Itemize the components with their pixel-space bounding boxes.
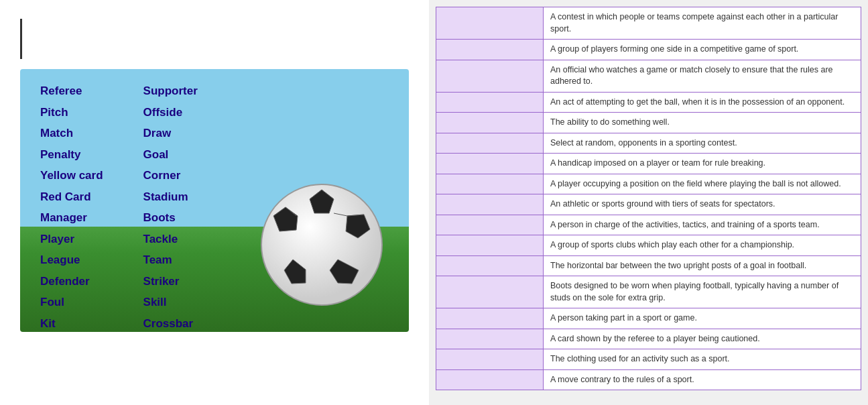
def-label-cell bbox=[436, 92, 544, 113]
right-panel: A contest in which people or teams compe… bbox=[429, 0, 868, 405]
def-label-cell bbox=[436, 235, 544, 256]
vocab-word: Yellow card bbox=[40, 167, 103, 184]
vocab-word: Stadium bbox=[143, 188, 198, 206]
def-text-cell: The clothing used for an activity such a… bbox=[544, 349, 861, 370]
def-text-cell: The ability to do something well. bbox=[544, 113, 861, 133]
def-label-cell bbox=[436, 308, 544, 329]
def-label-cell bbox=[436, 329, 544, 349]
vocab-word: Tackle bbox=[143, 231, 198, 248]
def-text-cell: A handicap imposed on a player or team f… bbox=[544, 154, 861, 174]
vocab-box: RefereePitchMatchPenaltyYellow cardRed C… bbox=[20, 69, 409, 332]
def-label-cell bbox=[436, 276, 544, 308]
vocab-word: Manager bbox=[40, 209, 103, 227]
definitions-table: A contest in which people or teams compe… bbox=[436, 7, 861, 390]
def-label-cell bbox=[436, 133, 544, 154]
vocab-word: Foul bbox=[40, 294, 103, 311]
def-text-cell: An official who watches a game or match … bbox=[544, 60, 861, 92]
vocab-word: Red Card bbox=[40, 188, 103, 206]
table-row: An athletic or sports ground with tiers … bbox=[436, 194, 861, 215]
def-text-cell: A person in charge of the activities, ta… bbox=[544, 215, 861, 235]
vocab-col-2: SupporterOffsideDrawGoalCornerStadiumBoo… bbox=[143, 82, 198, 332]
table-row: The clothing used for an activity such a… bbox=[436, 349, 861, 370]
vocab-word: Offside bbox=[143, 104, 198, 121]
table-row: A handicap imposed on a player or team f… bbox=[436, 154, 861, 174]
def-text-cell: A group of players forming one side in a… bbox=[544, 40, 861, 60]
def-label-cell bbox=[436, 369, 544, 390]
vocab-word: Match bbox=[40, 125, 103, 142]
vocab-word: Draw bbox=[143, 125, 198, 142]
table-row: The horizontal bar between the two uprig… bbox=[436, 255, 861, 276]
def-label-cell bbox=[436, 174, 544, 194]
table-row: The ability to do something well. bbox=[436, 113, 861, 133]
def-label-cell bbox=[436, 215, 544, 235]
table-row: A group of players forming one side in a… bbox=[436, 40, 861, 60]
vocab-word: Crossbar bbox=[143, 315, 198, 333]
def-label-cell bbox=[436, 7, 544, 40]
vocab-word: Goal bbox=[143, 146, 198, 164]
def-label-cell bbox=[436, 60, 544, 92]
soccer-ball-icon bbox=[255, 178, 389, 312]
def-label-cell bbox=[436, 113, 544, 133]
def-label-cell bbox=[436, 154, 544, 174]
table-row: A move contrary to the rules of a sport. bbox=[436, 369, 861, 390]
vocab-word: Referee bbox=[40, 82, 103, 100]
decorative-line bbox=[20, 19, 22, 59]
def-text-cell: A group of sports clubs which play each … bbox=[544, 235, 861, 256]
def-text-cell: A move contrary to the rules of a sport. bbox=[544, 369, 861, 390]
left-panel: RefereePitchMatchPenaltyYellow cardRed C… bbox=[0, 0, 429, 405]
table-row: A person taking part in a sport or game. bbox=[436, 308, 861, 329]
vocab-word: Boots bbox=[143, 209, 198, 227]
def-text-cell: A card shown by the referee to a player … bbox=[544, 329, 861, 349]
def-text-cell: The horizontal bar between the two uprig… bbox=[544, 255, 861, 276]
def-label-cell bbox=[436, 40, 544, 60]
vocab-word: Kit bbox=[40, 315, 103, 333]
def-text-cell: An athletic or sports ground with tiers … bbox=[544, 194, 861, 215]
vocab-word: Supporter bbox=[143, 82, 198, 100]
vocab-word: Defender bbox=[40, 273, 103, 290]
table-row: A card shown by the referee to a player … bbox=[436, 329, 861, 349]
table-row: Select at random, opponents in a sportin… bbox=[436, 133, 861, 154]
table-row: An act of attempting to get the ball, wh… bbox=[436, 92, 861, 113]
vocab-word: Corner bbox=[143, 167, 198, 184]
def-label-cell bbox=[436, 255, 544, 276]
table-row: A contest in which people or teams compe… bbox=[436, 7, 861, 40]
vocab-col-1: RefereePitchMatchPenaltyYellow cardRed C… bbox=[40, 82, 103, 332]
table-row: An official who watches a game or match … bbox=[436, 60, 861, 92]
vocab-word: Striker bbox=[143, 273, 198, 290]
vocab-word: Pitch bbox=[40, 104, 103, 121]
vocab-word: Team bbox=[143, 251, 198, 269]
def-text-cell: An act of attempting to get the ball, wh… bbox=[544, 92, 861, 113]
def-text-cell: A player occupying a position on the fie… bbox=[544, 174, 861, 194]
def-text-cell: Select at random, opponents in a sportin… bbox=[544, 133, 861, 154]
def-text-cell: Boots designed to be worn when playing f… bbox=[544, 276, 861, 308]
table-row: A player occupying a position on the fie… bbox=[436, 174, 861, 194]
vocab-word: Skill bbox=[143, 294, 198, 311]
def-text-cell: A person taking part in a sport or game. bbox=[544, 308, 861, 329]
table-row: Boots designed to be worn when playing f… bbox=[436, 276, 861, 308]
table-row: A group of sports clubs which play each … bbox=[436, 235, 861, 256]
table-row: A person in charge of the activities, ta… bbox=[436, 215, 861, 235]
vocab-word: Player bbox=[40, 231, 103, 248]
vocab-word: Penalty bbox=[40, 146, 103, 164]
def-label-cell bbox=[436, 194, 544, 215]
vocab-word: League bbox=[40, 251, 103, 269]
def-label-cell bbox=[436, 349, 544, 370]
def-text-cell: A contest in which people or teams compe… bbox=[544, 7, 861, 40]
